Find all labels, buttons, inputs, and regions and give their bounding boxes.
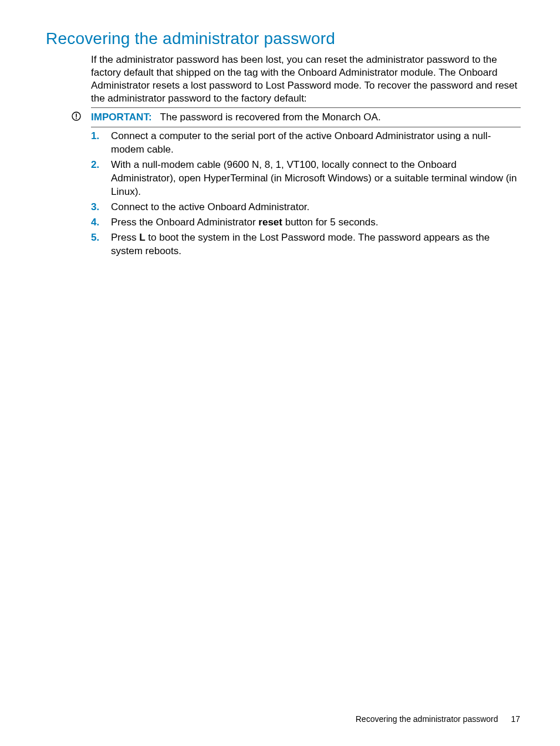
step-number: 3. — [91, 201, 111, 214]
important-callout: IMPORTANT:The password is recovered from… — [91, 107, 521, 127]
section-heading: Recovering the administrator password — [46, 29, 335, 48]
step-item: 5. Press L to boot the system in the Los… — [91, 231, 521, 258]
page-number: 17 — [511, 714, 520, 724]
step-number: 4. — [91, 216, 111, 229]
step-text: With a null-modem cable (9600 N, 8, 1, V… — [111, 158, 521, 199]
important-icon — [72, 112, 81, 121]
step-number: 2. — [91, 158, 111, 172]
step-item: 3. Connect to the active Onboard Adminis… — [91, 201, 521, 214]
step-text: Connect to the active Onboard Administra… — [111, 201, 521, 214]
step-item: 2. With a null-modem cable (9600 N, 8, 1… — [91, 158, 521, 199]
svg-rect-1 — [76, 114, 77, 117]
step-text: Press L to boot the system in the Lost P… — [111, 231, 521, 258]
step-item: 4. Press the Onboard Administrator reset… — [91, 216, 521, 229]
step-number: 1. — [91, 130, 111, 143]
step-number: 5. — [91, 231, 111, 245]
callout-label: IMPORTANT: — [91, 112, 152, 123]
step-item: 1. Connect a computer to the serial port… — [91, 130, 521, 157]
ordered-steps: 1. Connect a computer to the serial port… — [91, 130, 521, 259]
page-footer: Recovering the administrator password 17 — [356, 714, 520, 724]
step-text: Connect a computer to the serial port of… — [111, 130, 521, 157]
step-text: Press the Onboard Administrator reset bu… — [111, 216, 521, 229]
callout-text: The password is recovered from the Monar… — [160, 112, 381, 123]
footer-title: Recovering the administrator password — [356, 714, 498, 724]
svg-rect-2 — [76, 118, 77, 119]
document-page: Recovering the administrator password If… — [0, 0, 560, 746]
intro-paragraph: If the administrator password has been l… — [91, 53, 521, 105]
